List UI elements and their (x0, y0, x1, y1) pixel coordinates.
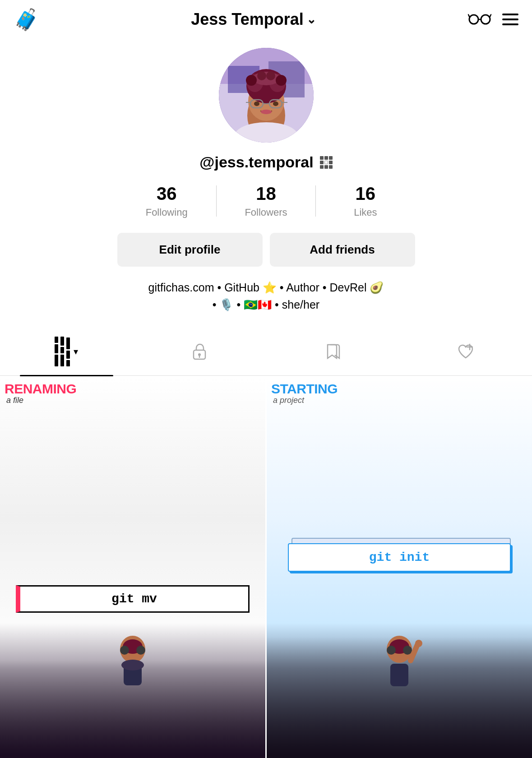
svg-point-37 (121, 660, 144, 670)
following-stat[interactable]: 36 Following (117, 184, 216, 218)
account-switcher[interactable]: Jess Temporal ⌄ (191, 10, 316, 29)
hamburger-menu-button[interactable] (502, 14, 518, 25)
tab-private[interactable] (133, 328, 266, 375)
video-person-area-0 (0, 623, 265, 758)
content-tabs: ▾ (0, 328, 532, 376)
header-actions (468, 11, 518, 28)
svg-point-16 (276, 75, 287, 86)
likes-label: Likes (354, 207, 377, 218)
profile-section: @jess.temporal 36 Following 18 Followers… (0, 39, 532, 328)
tab-liked[interactable] (399, 328, 532, 375)
video-title-main-0: RENAMING (5, 382, 261, 396)
bookmarks-icon (325, 343, 340, 360)
bio: gitfichas.com • GitHub ⭐ • Author • DevR… (144, 279, 389, 313)
svg-point-35 (136, 646, 145, 655)
svg-point-0 (469, 15, 478, 24)
qr-code-icon[interactable] (320, 156, 333, 169)
video-thumbnail-0: RENAMING a file git mv (0, 378, 265, 758)
svg-point-15 (246, 75, 257, 86)
video-title-sub-0: a file (6, 396, 261, 405)
video-card-1[interactable]: STARTING a project git init (267, 378, 532, 758)
tab-videos-chevron: ▾ (74, 346, 78, 357)
stats-row: 36 Following 18 Followers 16 Likes (117, 184, 415, 218)
likes-stat[interactable]: 16 Likes (316, 184, 415, 218)
following-label: Following (146, 207, 188, 218)
followers-stat[interactable]: 18 Followers (217, 184, 315, 218)
svg-point-1 (481, 15, 490, 24)
liked-icon (457, 343, 474, 360)
video-card-0[interactable]: RENAMING a file git mv (0, 378, 265, 758)
tab-bookmarks[interactable] (266, 328, 399, 375)
tab-videos[interactable]: ▾ (0, 328, 133, 375)
action-buttons: Edit profile Add friends (117, 233, 415, 267)
video-command-box-1: git init (288, 538, 511, 572)
svg-point-17 (257, 71, 266, 80)
account-name: Jess Temporal (191, 10, 303, 29)
svg-point-24 (254, 102, 259, 106)
svg-point-26 (261, 110, 272, 114)
video-title-sub-1: a project (273, 396, 527, 405)
video-command-text-1: git init (369, 550, 430, 564)
svg-point-14 (253, 72, 280, 85)
edit-profile-button[interactable]: Edit profile (117, 233, 263, 267)
avatar (219, 48, 314, 143)
video-grid: RENAMING a file git mv (0, 378, 532, 758)
followers-label: Followers (245, 207, 287, 218)
app-header: 🧳 Jess Temporal ⌄ (0, 0, 532, 39)
video-title-overlay-0: RENAMING a file (0, 378, 265, 408)
svg-point-25 (273, 102, 278, 106)
grid-view-icon (55, 337, 70, 366)
svg-point-40 (387, 646, 396, 655)
svg-point-43 (415, 640, 422, 647)
logo-emoji: 🧳 (14, 9, 39, 30)
svg-point-28 (198, 353, 201, 356)
video-command-box-0: git mv (16, 585, 249, 613)
username-row: @jess.temporal (199, 153, 332, 171)
video-thumbnail-1: STARTING a project git init (267, 378, 532, 758)
video-title-main-1: STARTING (271, 382, 527, 396)
svg-rect-44 (390, 664, 408, 686)
video-title-overlay-1: STARTING a project (267, 378, 532, 408)
followers-count: 18 (256, 184, 276, 204)
glasses-icon[interactable] (468, 11, 491, 28)
video-command-text-0: git mv (111, 592, 157, 606)
svg-point-18 (266, 71, 275, 80)
following-count: 36 (157, 184, 177, 204)
lock-icon (192, 343, 207, 360)
add-friends-button[interactable]: Add friends (270, 233, 415, 267)
likes-count: 16 (356, 184, 376, 204)
chevron-down-icon: ⌄ (306, 13, 316, 27)
video-person-area-1 (267, 623, 532, 758)
username: @jess.temporal (199, 153, 313, 171)
svg-point-34 (120, 646, 129, 655)
svg-point-41 (403, 646, 412, 655)
